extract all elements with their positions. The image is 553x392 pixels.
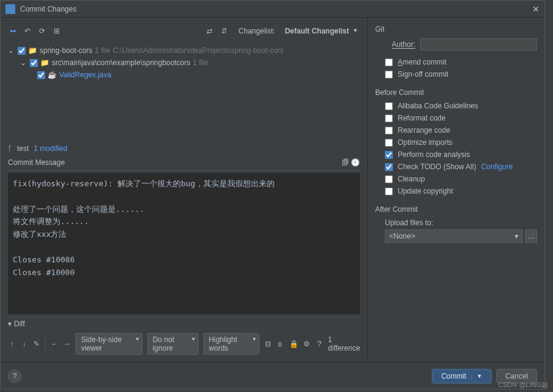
commit-message-input[interactable]: [8, 173, 360, 314]
tree-checkbox[interactable]: [18, 47, 26, 55]
folder-icon: 📁: [28, 46, 37, 55]
before-label: Alibaba Code Guidelines: [398, 102, 478, 110]
author-input[interactable]: [420, 38, 537, 51]
signoff-label: Sign-off commit: [398, 70, 448, 79]
java-file-icon: ☕: [48, 71, 57, 79]
before-label: Cleanup: [398, 175, 425, 183]
highlight-select[interactable]: Highlight words: [203, 333, 259, 355]
changelist-select[interactable]: Default Changelist: [280, 25, 360, 37]
upload-label: Upload files to:: [385, 219, 537, 227]
chevron-down-icon[interactable]: ⌄: [8, 46, 15, 55]
chevron-down-icon[interactable]: ⌄: [20, 58, 27, 67]
tree-checkbox[interactable]: [37, 71, 45, 79]
before-checkbox[interactable]: [385, 114, 393, 122]
before-checkbox[interactable]: [385, 163, 393, 171]
group-icon[interactable]: ⊞: [52, 26, 62, 36]
before-checkbox[interactable]: [385, 102, 393, 110]
prev-file-icon[interactable]: ←: [51, 339, 58, 349]
configure-link[interactable]: Configure: [481, 163, 513, 171]
chevron-down-icon[interactable]: ▾: [8, 320, 12, 328]
before-item: Optimize imports: [385, 138, 537, 147]
redo-icon[interactable]: ⟳: [37, 26, 47, 36]
branch-icon: ᚶ: [8, 144, 12, 153]
tree-file[interactable]: ☕ ValidRegex.java: [8, 69, 360, 81]
author-label: Author:: [385, 40, 415, 49]
file-tree: ⌄ 📁 spring-boot-cors 1 file C:\Users\Adm…: [8, 44, 360, 142]
before-item: Perform code analysis: [385, 150, 537, 159]
before-label: Update copyright: [398, 187, 453, 195]
help-button[interactable]: ?: [8, 369, 21, 383]
close-icon[interactable]: ✕: [532, 4, 540, 14]
expand-icon[interactable]: ⇄: [205, 26, 214, 36]
tree-folder[interactable]: ⌄ 📁 src\main\java\com\example\springboot…: [8, 57, 360, 69]
viewer-select[interactable]: Side-by-side viewer: [76, 333, 143, 355]
next-file-icon[interactable]: →: [63, 339, 71, 349]
git-header: Git: [375, 25, 537, 33]
amend-label: Amend commit: [398, 58, 446, 66]
tree-root[interactable]: ⌄ 📁 spring-boot-cors 1 file C:\Users\Adm…: [8, 44, 360, 57]
ignore-select[interactable]: Do not ignore: [147, 333, 199, 355]
before-item: Update copyright: [385, 187, 537, 195]
commit-button[interactable]: Commit▼: [432, 369, 491, 383]
window-title: Commit Changes: [20, 5, 532, 13]
clock-icon[interactable]: 🕘: [350, 158, 360, 167]
before-label: Check TODO (Show All): [398, 163, 476, 171]
before-label: Rearrange code: [398, 126, 450, 135]
before-checkbox[interactable]: [385, 151, 393, 159]
before-item: Cleanup: [385, 175, 537, 183]
browse-button[interactable]: …: [525, 229, 537, 243]
lock-icon[interactable]: 🔒: [289, 339, 298, 349]
tree-checkbox[interactable]: [30, 59, 38, 67]
branch-name: test: [17, 144, 29, 153]
before-item: Check TODO (Show All) Configure: [385, 163, 537, 171]
before-label: Reformat code: [398, 114, 446, 122]
before-label: Optimize imports: [398, 138, 453, 147]
before-checkbox[interactable]: [385, 175, 393, 183]
undo-icon[interactable]: ↶: [23, 26, 32, 36]
next-diff-icon[interactable]: ↓: [20, 339, 27, 349]
collapse-icon[interactable]: ⇵: [219, 26, 229, 36]
before-item: Rearrange code: [385, 126, 537, 135]
folder-icon: 📁: [40, 58, 49, 67]
amend-checkbox[interactable]: [385, 58, 393, 66]
after-commit-header: After Commit: [375, 205, 537, 214]
app-icon: [5, 4, 15, 14]
gear-icon[interactable]: ⚙: [303, 339, 311, 349]
before-item: Alibaba Code Guidelines: [385, 102, 537, 110]
upload-select[interactable]: <None>: [385, 229, 523, 243]
before-checkbox[interactable]: [385, 127, 393, 135]
prev-diff-icon[interactable]: ↑: [8, 339, 15, 349]
before-item: Reformat code: [385, 114, 537, 122]
collapse-unchanged-icon[interactable]: ⊟: [264, 339, 272, 349]
edit-icon[interactable]: ✎: [33, 339, 40, 349]
changelist-label: Changelist:: [239, 27, 275, 35]
refresh-icon[interactable]: [8, 26, 18, 36]
diff-count: 1 difference: [328, 335, 360, 352]
before-checkbox[interactable]: [385, 139, 393, 147]
signoff-checkbox[interactable]: [385, 71, 393, 79]
commit-message-title: Commit Message: [8, 158, 65, 167]
before-checkbox[interactable]: [385, 187, 393, 195]
before-commit-header: Before Commit: [375, 88, 537, 97]
modified-count: 1 modified: [33, 144, 67, 153]
sync-scroll-icon[interactable]: ⫼: [276, 339, 284, 349]
message-history-icon[interactable]: 🗐: [340, 158, 350, 167]
help-icon[interactable]: ?: [315, 339, 323, 349]
watermark: CSDN @LING超: [498, 380, 548, 390]
diff-title: Diff: [14, 320, 25, 328]
before-label: Perform code analysis: [398, 150, 470, 159]
